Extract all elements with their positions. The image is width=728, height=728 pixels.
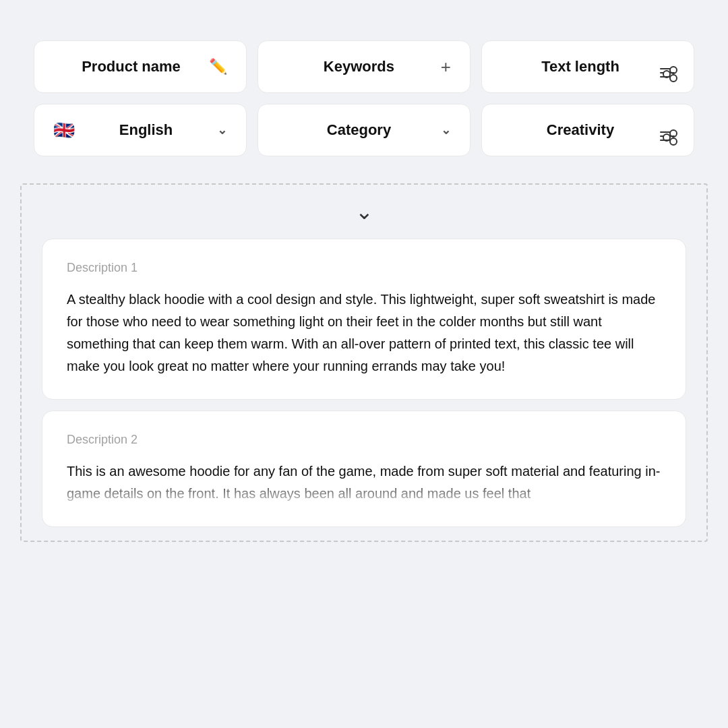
description-card-2: Description 2 This is an awesome hoodie … bbox=[42, 411, 686, 527]
product-name-label: Product name bbox=[53, 58, 209, 75]
keywords-label: Keywords bbox=[277, 58, 441, 75]
description-1-text: A stealthy black hoodie with a cool desi… bbox=[67, 289, 661, 377]
description-2-text: This is an awesome hoodie for any fan of… bbox=[67, 460, 661, 505]
creativity-label: Creativity bbox=[501, 121, 660, 139]
category-label: Category bbox=[277, 121, 441, 139]
controls-panel: Product name ✏️ Keywords + Text length 🇬… bbox=[20, 27, 708, 170]
text-length-button[interactable]: Text length bbox=[481, 40, 694, 93]
plus-icon: + bbox=[441, 57, 451, 78]
sliders-icon-text-length bbox=[660, 56, 675, 78]
category-button[interactable]: Category ⌄ bbox=[257, 104, 471, 156]
chevron-down-icon-category: ⌄ bbox=[441, 123, 451, 138]
collapse-toggle[interactable]: ⌄ bbox=[42, 201, 686, 222]
creativity-button[interactable]: Creativity bbox=[481, 104, 694, 156]
text-length-label: Text length bbox=[501, 58, 660, 75]
main-container: Product name ✏️ Keywords + Text length 🇬… bbox=[20, 27, 708, 542]
description-1-label: Description 1 bbox=[67, 261, 661, 275]
edit-icon: ✏️ bbox=[209, 58, 227, 75]
results-area: ⌄ Description 1 A stealthy black hoodie … bbox=[20, 183, 708, 542]
description-2-label: Description 2 bbox=[67, 433, 661, 447]
language-button[interactable]: 🇬🇧 English ⌄ bbox=[34, 104, 247, 156]
chevron-down-icon-main[interactable]: ⌄ bbox=[355, 201, 373, 222]
sliders-icon-creativity bbox=[660, 119, 675, 141]
product-name-button[interactable]: Product name ✏️ bbox=[34, 40, 247, 93]
language-label: English bbox=[83, 121, 209, 139]
description-card-1: Description 1 A stealthy black hoodie wi… bbox=[42, 239, 686, 400]
chevron-down-icon-language: ⌄ bbox=[217, 123, 227, 138]
keywords-button[interactable]: Keywords + bbox=[257, 40, 471, 93]
flag-uk-icon: 🇬🇧 bbox=[53, 119, 75, 141]
